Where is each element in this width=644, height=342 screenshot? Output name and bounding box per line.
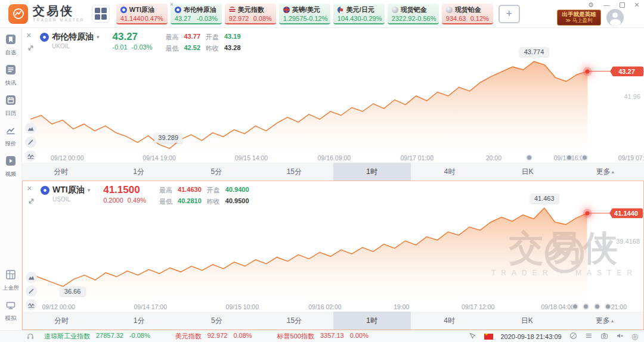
symbol-name[interactable]: 布伦特原油 [52,32,94,42]
timeframe-5m[interactable]: 5分 [178,312,255,329]
event-marker-dot[interactable] [595,304,599,309]
draw-pencil-icon[interactable] [25,136,36,148]
event-marker-dot[interactable] [606,304,610,309]
event-marker-dot[interactable] [527,156,531,160]
timeframe-4h[interactable]: 4时 [411,312,488,329]
chart-type-icon[interactable] [25,123,36,134]
tab-price: 2322.92 [392,15,416,22]
time-label: 09/14 19:00 [143,154,175,161]
list-icon[interactable] [585,332,593,341]
timeframe-15m[interactable]: 15分 [255,312,333,329]
app-logo: 交易侠 TRADER MASTER [8,4,85,24]
settings-gear-icon[interactable]: ⚙ [588,1,594,8]
quote-usd-index[interactable]: 美元指数92.9720.08% [175,332,252,341]
screenshot-camera-icon[interactable] [600,332,608,341]
chevron-down-icon[interactable]: ▾ [97,34,100,40]
tab-spot-palladium[interactable]: 现货钯金 2322.92-0.56% [388,4,439,24]
target-settings-icon[interactable]: ◎ [631,332,638,341]
jp-flag-icon [338,7,344,13]
sidebar-item-video[interactable]: 视频 [5,156,17,178]
last-price: 43.27 [113,32,153,42]
event-marker-dot[interactable] [584,304,588,309]
tab-spot-platinum[interactable]: 现货铂金 934.630.12% [442,4,493,24]
price-change: 0.2000 [103,197,123,204]
tab-label: 英镑/美元 [292,5,320,14]
tab-change: 0.47% [145,15,163,22]
quote-sp500[interactable]: 标普500指数3357.130.00% [277,332,369,341]
expand-panel-icon[interactable] [27,197,36,207]
chart-panel-brent: × 布伦特原油 ▾ UKOIL 43.27 -0.01 -0.03% 最高43.… [22,28,644,181]
tab-brent-crude[interactable]: × 布伦特原油 43.27-0.03% [171,4,222,24]
high-point-tooltip: 41.463 [530,194,559,203]
close-window-icon[interactable]: × [634,1,639,8]
time-label: 09/15 14:00 [235,154,268,161]
chart-area[interactable]: 43.27 41.96 43.774 39.289 [30,54,644,153]
close-panel-icon[interactable]: × [27,184,32,193]
timeframe-1m[interactable]: 1分 [100,312,178,329]
time-label: 20:00 [486,154,501,161]
indicator-icon[interactable] [26,299,37,310]
timeframe-1h[interactable]: 1时 [333,312,411,329]
tab-usd-jpy[interactable]: 美元/日元 104.430-0.29% [333,4,385,24]
title-bar: 交易侠 TRADER MASTER WTI原油 41.14400.47% × 布… [0,0,644,28]
trend-line-icon [5,125,16,138]
timeframe-1m[interactable]: 1分 [100,163,177,181]
quote-dow-jones[interactable]: 道琼斯工业指数27857.32-0.08% [44,332,150,341]
tab-label: 布伦特原油 [184,5,216,14]
timeframe-4h[interactable]: 4时 [411,163,488,181]
timeframe-more[interactable]: 更多▴ [566,312,643,329]
draw-pencil-icon[interactable] [26,285,37,297]
caret-up-icon: ▴ [612,169,614,175]
tab-usd-index[interactable]: 美元指数 92.9720.08% [225,4,276,24]
timeframe-1h[interactable]: 1时 [333,163,411,181]
timeframe-tick[interactable]: 分时 [23,312,100,329]
timeframe-15m[interactable]: 15分 [255,163,333,181]
instrument-icon [41,186,49,195]
current-price-tag: 43.27 [610,66,643,76]
close-panel-icon[interactable]: × [26,30,32,40]
timeframe-more[interactable]: 更多▴ [566,163,644,181]
high-value: 41.4630 [178,186,202,195]
tab-label: 现货钯金 [401,5,427,14]
open-value: 40.9400 [225,186,249,195]
last-price-dot [586,69,590,73]
last-price-dot [585,211,589,215]
minimize-icon[interactable]: — [603,1,610,8]
tab-gbp-usd[interactable]: 英镑/美元 1.29575-0.12% [279,4,330,24]
apps-grid-button[interactable] [92,5,110,23]
event-marker-dot[interactable] [573,304,577,309]
calendar-icon [5,95,16,107]
add-symbol-button[interactable]: + [499,5,520,23]
sidebar-item-sge[interactable]: 上金所 [2,269,20,292]
sidebar-item-calendar[interactable]: 日历 [5,95,17,117]
sidebar-item-quotes[interactable]: 报价 [5,125,17,148]
area-chart [31,205,643,302]
play-video-icon [5,156,16,168]
promo-banner[interactable]: 出手就是英雄 ≫ 马上盈利 [557,10,601,26]
network-status-icon[interactable] [469,332,476,341]
timeframe-daily[interactable]: 日K [488,312,566,329]
user-avatar[interactable] [606,9,624,26]
sidebar-item-simulation[interactable]: 模拟 [5,300,17,322]
mute-speaker-icon[interactable] [616,332,624,341]
chart-type-icon[interactable] [26,272,37,283]
tab-change: -0.12% [307,15,328,22]
timeframe-daily[interactable]: 日K [488,163,566,181]
timeframe-tick[interactable]: 分时 [22,163,100,181]
expand-panel-icon[interactable] [26,43,35,54]
chevron-down-icon[interactable]: ▾ [88,187,91,193]
tab-wti-crude[interactable]: WTI原油 41.14400.47% [116,4,168,24]
maximize-icon[interactable] [620,2,625,8]
support-headset-icon[interactable] [26,332,35,342]
low-value: 40.2810 [178,197,202,206]
tab-change: 0.12% [470,15,489,22]
timeframe-5m[interactable]: 5分 [178,163,255,181]
indicator-icon[interactable] [25,150,36,161]
sidebar-item-news[interactable]: 快讯 [5,64,17,87]
close-icon[interactable]: × [170,2,174,7]
draw-off-icon[interactable] [569,332,577,341]
symbol-code: USOIL [52,196,90,203]
chart-area[interactable]: 交易侠 TRADER · MASTER 41.1440 39.4168 41.4… [31,205,643,302]
sidebar-item-watchlist[interactable]: 自选 [5,34,17,57]
symbol-name[interactable]: WTI原油 [52,185,85,195]
